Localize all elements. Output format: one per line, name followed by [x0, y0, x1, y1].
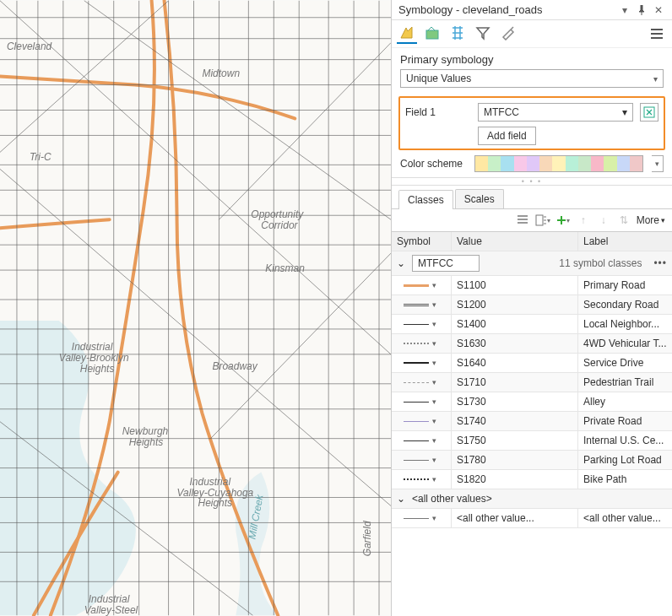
- table-row[interactable]: ▾S1400Local Neighbor...: [392, 315, 672, 334]
- table-row[interactable]: ▾S1820Bike Path: [392, 470, 672, 489]
- chevron-down-icon[interactable]: ▾: [432, 417, 439, 425]
- symbol-swatch[interactable]: [404, 324, 429, 325]
- svg-text:Midtown: Midtown: [202, 68, 240, 79]
- field1-label: Field 1: [405, 106, 471, 118]
- group-menu-icon[interactable]: •••: [653, 257, 667, 269]
- vary-symbology-icon[interactable]: [422, 24, 442, 44]
- table-row[interactable]: ▾S1100Primary Road: [392, 276, 672, 295]
- svg-text:Industrial: Industrial: [190, 476, 231, 488]
- primary-symbology-select[interactable]: Unique Values ▾: [400, 69, 664, 88]
- svg-text:Heights: Heights: [198, 497, 232, 509]
- symbol-swatch[interactable]: [404, 518, 429, 519]
- symbol-swatch[interactable]: [404, 382, 429, 383]
- splitter[interactable]: • • •: [392, 177, 672, 186]
- chevron-down-icon[interactable]: ▾: [432, 475, 439, 484]
- color-scheme-picker[interactable]: [474, 155, 643, 172]
- chevron-down-icon[interactable]: ▾: [432, 378, 439, 386]
- add-field-button[interactable]: Add field: [478, 127, 536, 145]
- table-row[interactable]: ▾S1740Private Road: [392, 412, 672, 431]
- chevron-down-icon[interactable]: ⌄: [397, 493, 407, 505]
- advanced-options-icon[interactable]: [498, 24, 518, 44]
- chevron-down-icon[interactable]: ▾: [432, 281, 439, 289]
- svg-text:Industrial: Industrial: [72, 341, 113, 353]
- tab-classes[interactable]: Classes: [398, 190, 453, 209]
- table-row[interactable]: ▾S1730Alley: [392, 392, 672, 412]
- symbol-swatch[interactable]: [404, 362, 429, 364]
- panel-header: Symbology - cleveland_roads ▾ ✕: [392, 0, 672, 20]
- color-scheme-caret[interactable]: ▾: [652, 155, 664, 172]
- svg-text:Opportunity: Opportunity: [251, 208, 304, 220]
- table-row[interactable]: ▾ <all other value... <all other value..…: [392, 509, 672, 528]
- symbol-swatch[interactable]: [404, 402, 429, 403]
- sort-icon[interactable]: ⇅: [616, 213, 631, 228]
- map-view[interactable]: Cleveland Tri-C Industrial Valley-Brookl…: [0, 0, 392, 616]
- group-row[interactable]: ⌄ MTFCC 11 symbol classes •••: [392, 251, 672, 276]
- primary-symbology-tab-icon[interactable]: [397, 24, 417, 44]
- table-row[interactable]: ▾S1710Pedestrian Trail: [392, 373, 672, 392]
- close-icon[interactable]: ✕: [652, 4, 665, 16]
- svg-text:Valley-Brooklyn: Valley-Brooklyn: [59, 352, 129, 364]
- class-tabs: Classes Scales: [392, 186, 672, 209]
- svg-text:Kinsman: Kinsman: [265, 262, 305, 274]
- header-label[interactable]: Label: [577, 232, 672, 251]
- chevron-down-icon[interactable]: ▾: [432, 436, 439, 445]
- chevron-down-icon: ▾: [622, 106, 627, 118]
- color-scheme-label: Color scheme: [400, 158, 466, 170]
- svg-rect-20: [426, 30, 438, 39]
- symbol-layer-drawing-icon[interactable]: [447, 24, 468, 44]
- svg-text:Valley-Steel: Valley-Steel: [84, 604, 138, 616]
- symbol-swatch[interactable]: [404, 440, 429, 441]
- symbol-swatch[interactable]: [404, 343, 429, 344]
- table-row[interactable]: ▾S1750Internal U.S. Ce...: [392, 431, 672, 451]
- dock-dropdown-icon[interactable]: ▾: [618, 4, 631, 16]
- svg-text:Garfield: Garfield: [361, 521, 373, 556]
- svg-text:Broadway: Broadway: [212, 360, 257, 372]
- expression-button[interactable]: [640, 103, 658, 122]
- list-options-icon[interactable]: ▾: [535, 213, 550, 228]
- field1-highlight: Field 1 MTFCC ▾ Add field: [398, 96, 665, 150]
- symbol-swatch[interactable]: [404, 478, 429, 480]
- chevron-down-icon[interactable]: ⌄: [397, 257, 407, 269]
- move-up-icon[interactable]: ↑: [576, 213, 591, 228]
- field1-select[interactable]: MTFCC ▾: [478, 103, 633, 122]
- table-row[interactable]: ▾S16304WD Vehicular T...: [392, 334, 672, 354]
- add-value-icon[interactable]: ▾: [555, 213, 571, 228]
- chevron-down-icon[interactable]: ▾: [432, 397, 439, 406]
- svg-text:Valley-Cuyahoga: Valley-Cuyahoga: [177, 487, 254, 499]
- chevron-down-icon[interactable]: ▾: [432, 320, 439, 328]
- chevron-down-icon[interactable]: ▾: [432, 300, 439, 309]
- grid-header: Symbol Value Label: [392, 232, 672, 251]
- color-scheme-row: Color scheme ▾: [392, 154, 672, 177]
- svg-text:Heights: Heights: [80, 363, 115, 375]
- table-row[interactable]: ▾S1200Secondary Road: [392, 295, 672, 315]
- header-value[interactable]: Value: [451, 232, 577, 251]
- primary-symbology-label: Primary symbology: [392, 48, 672, 68]
- table-row[interactable]: ▾S1780Parking Lot Road: [392, 451, 672, 470]
- pin-icon[interactable]: [635, 4, 648, 16]
- symbol-swatch[interactable]: [404, 304, 429, 306]
- chevron-down-icon[interactable]: ▾: [432, 456, 439, 464]
- tab-scales[interactable]: Scales: [455, 189, 504, 208]
- chevron-down-icon[interactable]: ▾: [432, 339, 439, 348]
- svg-text:Newburgh: Newburgh: [122, 425, 169, 437]
- chevron-down-icon[interactable]: ▾: [432, 359, 439, 367]
- more-button[interactable]: More ▾: [637, 214, 665, 226]
- symbol-swatch[interactable]: [404, 284, 429, 287]
- grid-toolbar: ▾ ▾ ↑ ↓ ⇅ More ▾: [392, 209, 672, 231]
- chevron-down-icon[interactable]: ▾: [432, 514, 439, 522]
- other-values-group[interactable]: ⌄ <all other values>: [392, 489, 672, 509]
- svg-text:Cleveland: Cleveland: [7, 41, 52, 52]
- symbol-swatch[interactable]: [404, 421, 429, 422]
- symbol-swatch[interactable]: [404, 460, 429, 461]
- display-filter-icon[interactable]: [473, 24, 493, 44]
- header-symbol[interactable]: Symbol: [392, 232, 451, 251]
- group-name-input[interactable]: MTFCC: [412, 255, 480, 272]
- move-down-icon[interactable]: ↓: [596, 213, 611, 228]
- svg-text:Tri-C: Tri-C: [30, 151, 51, 163]
- list-view-icon[interactable]: [515, 213, 530, 228]
- menu-icon[interactable]: [647, 24, 667, 44]
- symbology-panel: Symbology - cleveland_roads ▾ ✕ Primary …: [392, 0, 672, 616]
- table-row[interactable]: ▾S1640Service Drive: [392, 354, 672, 373]
- panel-title: Symbology - cleveland_roads: [398, 3, 615, 16]
- group-count: 11 symbol classes: [559, 257, 642, 269]
